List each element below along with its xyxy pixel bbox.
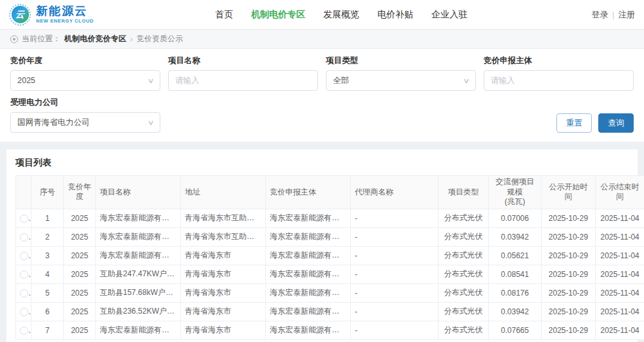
cell-address: 青海省海东市互助土族自治县 — [181, 209, 266, 227]
auth-divider: | — [612, 10, 614, 19]
filter-project-name: 项目名称 请输入 — [168, 55, 318, 91]
logo[interactable]: 云 新能源云 NEW ENERGY CLOUD — [9, 4, 118, 26]
power-company-select[interactable]: 国网青海省电力公司 ∨ — [10, 112, 160, 133]
cell-bid-year: 2025 — [64, 321, 96, 339]
cell-publicity-end: 2025-11-04 — [596, 283, 644, 302]
cell-project-type: 分布式光伏 — [439, 209, 489, 227]
nav-item-mechanism-price-zone[interactable]: 机制电价专区 — [251, 9, 305, 21]
project-name-placeholder: 请输入 — [175, 75, 200, 86]
column-header: 地址 — [181, 176, 266, 209]
project-list-card: 项目列表 序号竞价年度项目名称地址竞价申报主体代理商名称项目类型交流侧项目规模 … — [6, 149, 638, 342]
breadcrumb-current-page: 竞价资质公示 — [137, 33, 183, 44]
row-radio[interactable] — [20, 289, 28, 298]
cell-address: 青海省海东市 — [181, 283, 266, 302]
cell-project-name: 海东宏泰新能源有限公司海东... — [96, 227, 181, 246]
nav-item-development-overview[interactable]: 发展概览 — [323, 9, 359, 21]
cell-agent-name: - — [351, 302, 439, 321]
cell-publicity-start: 2025-10-29 — [542, 246, 596, 265]
row-radio[interactable] — [20, 327, 28, 335]
cell-project-type: 分布式光伏 — [439, 321, 489, 339]
table-header-row: 序号竞价年度项目名称地址竞价申报主体代理商名称项目类型交流侧项目规模 (兆瓦)公… — [16, 176, 644, 209]
table-row[interactable]: 7 2025 海东宏泰新能源有限公司项目1 青海省海东市 海东宏泰新能源有限公司… — [16, 321, 644, 339]
filter-project-type: 项目类型 全部 ∨ — [326, 55, 476, 91]
cell-bid-year: 2025 — [64, 283, 96, 302]
filter-bid-year: 竞价年度 2025 ∨ — [10, 55, 160, 91]
cell-publicity-start: 2025-10-29 — [542, 283, 596, 302]
chevron-down-icon: ∨ — [147, 77, 154, 85]
cell-address: 青海省海东市 — [181, 246, 266, 265]
cell-seq: 2 — [32, 227, 64, 246]
table-row[interactable]: 4 2025 互助县247.47KW户用分布式... 青海省海东市 海东宏泰新能… — [16, 265, 644, 283]
cloud-globe-icon: 云 — [12, 6, 29, 23]
logo-gear-icon: 云 — [9, 4, 31, 26]
reset-button[interactable]: 重置 — [556, 113, 592, 133]
logo-title: 新能源云 — [36, 5, 93, 17]
cell-publicity-end: 2025-11-04 — [596, 246, 644, 265]
logo-subtitle: NEW ENERGY CLOUD — [36, 19, 93, 24]
cell-bid-subject: 海东宏泰新能源有限公司 — [266, 265, 351, 283]
cell-project-name: 海东宏泰新能源有限公司项目1 — [96, 321, 181, 339]
cell-bid-subject: 海东宏泰新能源有限公司 — [266, 321, 351, 339]
table-row[interactable]: 1 2025 海东宏泰新能源有限公司海东... 青海省海东市互助土族自治县 海东… — [16, 209, 644, 227]
auth-links: 登录 | 注册 — [564, 9, 635, 21]
cell-bid-year: 2025 — [64, 246, 96, 265]
cell-publicity-start: 2025-10-29 — [542, 265, 596, 283]
cell-publicity-start: 2025-10-29 — [542, 209, 596, 227]
bid-year-label: 竞价年度 — [10, 55, 160, 66]
row-radio[interactable] — [20, 252, 28, 260]
cell-bid-subject: 海东宏泰新能源有限公司 — [266, 283, 351, 302]
table-row[interactable]: 3 2025 海东宏泰新能源有限公司项目1 青海省海东市 海东宏泰新能源有限公司… — [16, 246, 644, 265]
nav-item-home[interactable]: 首页 — [215, 9, 233, 21]
cell-ac-scale: 0.03942 — [489, 302, 542, 321]
cell-agent-name: - — [351, 246, 439, 265]
power-company-label: 受理电力公司 — [10, 97, 160, 108]
cell-bid-subject: 海东宏泰新能源有限公司 — [266, 209, 351, 227]
nav-item-price-subsidy[interactable]: 电价补贴 — [377, 9, 413, 21]
cell-bid-year: 2025 — [64, 302, 96, 321]
cell-seq: 6 — [32, 302, 64, 321]
breadcrumb: 当前位置：机制电价竞价专区 › 竞价资质公示 — [0, 30, 644, 49]
bid-subject-placeholder: 请输入 — [491, 75, 515, 86]
location-icon — [10, 35, 18, 43]
project-list-title: 项目列表 — [15, 157, 629, 169]
column-header: 序号 — [32, 176, 64, 209]
filter-panel: 竞价年度 2025 ∨ 项目名称 请输入 项目类型 全部 ∨ 竞价申报主体 请输… — [0, 49, 644, 142]
project-table: 序号竞价年度项目名称地址竞价申报主体代理商名称项目类型交流侧项目规模 (兆瓦)公… — [15, 175, 644, 340]
cell-agent-name: - — [351, 321, 439, 339]
column-header: 竞价申报主体 — [266, 176, 351, 209]
filter-power-company: 受理电力公司 国网青海省电力公司 ∨ — [10, 97, 160, 133]
breadcrumb-section[interactable]: 机制电价竞价专区 — [64, 33, 126, 44]
cell-project-type: 分布式光伏 — [439, 302, 489, 321]
table-row[interactable]: 6 2025 互助县236.52KW户用分布式... 青海省海东市 海东宏泰新能… — [16, 302, 644, 321]
project-type-select[interactable]: 全部 ∨ — [326, 70, 476, 91]
cell-publicity-end: 2025-11-04 — [596, 227, 644, 246]
row-radio[interactable] — [20, 214, 28, 223]
cell-bid-subject: 海东宏泰新能源有限公司 — [266, 227, 351, 246]
query-button[interactable]: 查询 — [598, 113, 634, 133]
project-name-input[interactable]: 请输入 — [168, 70, 318, 91]
cell-address: 青海省海东市互助土族自治县 — [181, 227, 266, 246]
cell-publicity-end: 2025-11-04 — [596, 302, 644, 321]
row-radio[interactable] — [20, 271, 28, 279]
cell-project-type: 分布式光伏 — [439, 246, 489, 265]
cell-seq: 5 — [32, 283, 64, 302]
cell-project-type: 分布式光伏 — [439, 227, 489, 246]
cell-publicity-end: 2025-11-04 — [596, 321, 644, 339]
cell-agent-name: - — [351, 283, 439, 302]
row-radio[interactable] — [20, 233, 28, 242]
row-radio[interactable] — [20, 308, 28, 316]
cell-publicity-start: 2025-10-29 — [542, 302, 596, 321]
cell-bid-year: 2025 — [64, 227, 96, 246]
bid-subject-input[interactable]: 请输入 — [484, 70, 634, 91]
register-link[interactable]: 注册 — [618, 9, 635, 21]
cell-agent-name: - — [351, 265, 439, 283]
cell-ac-scale: 0.08176 — [489, 283, 542, 302]
cell-address: 青海省海东市 — [181, 265, 266, 283]
table-row[interactable]: 5 2025 互助县157.68kW户用分布式... 青海省海东市 海东宏泰新能… — [16, 283, 644, 302]
app-header: 云 新能源云 NEW ENERGY CLOUD 首页 机制电价专区 发展概览 电… — [0, 0, 644, 30]
bid-year-select[interactable]: 2025 ∨ — [10, 70, 160, 91]
login-link[interactable]: 登录 — [592, 9, 609, 21]
table-row[interactable]: 2 2025 海东宏泰新能源有限公司海东... 青海省海东市互助土族自治县 海东… — [16, 227, 644, 246]
cell-ac-scale: 0.05621 — [489, 246, 542, 265]
nav-item-enterprise-entry[interactable]: 企业入驻 — [431, 9, 468, 21]
